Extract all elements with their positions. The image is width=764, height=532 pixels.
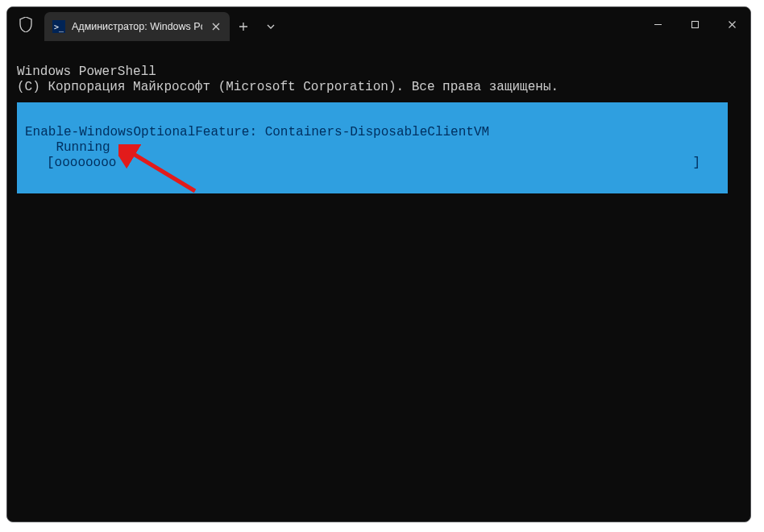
chevron-down-icon [267, 24, 275, 29]
tab-dropdown-button[interactable] [257, 12, 284, 41]
maximize-button[interactable] [676, 7, 713, 41]
close-icon [728, 20, 737, 29]
progress-bar-fill: [oooooooo [47, 156, 116, 171]
progress-title: Enable-WindowsOptionalFeature: Container… [25, 125, 489, 139]
close-icon [212, 23, 220, 31]
progress-bar-end: ] [692, 156, 700, 171]
titlebar: >_ Администратор: Windows Po [7, 7, 750, 41]
close-button[interactable] [713, 7, 750, 41]
new-tab-button[interactable] [230, 12, 257, 41]
uac-shield-button[interactable] [7, 7, 44, 41]
window-controls [639, 7, 750, 41]
minimize-icon [654, 20, 662, 29]
tab-title: Администратор: Windows Po [72, 21, 202, 32]
terminal-window: >_ Администратор: Windows Po [6, 6, 751, 522]
powershell-icon: >_ [52, 20, 65, 33]
maximize-icon [691, 20, 700, 29]
plus-icon [239, 22, 248, 31]
minimize-button[interactable] [639, 7, 676, 41]
progress-status: Running [25, 140, 110, 155]
shield-icon [19, 17, 32, 32]
titlebar-drag-area[interactable] [284, 7, 639, 41]
progress-block: Enable-WindowsOptionalFeature: Container… [17, 102, 728, 193]
terminal-body[interactable]: Windows PowerShell (C) Корпорация Майкро… [7, 41, 750, 234]
header-line-1: Windows PowerShell [17, 64, 156, 79]
header-line-2: (C) Корпорация Майкрософт (Microsoft Cor… [17, 80, 558, 94]
svg-rect-5 [691, 21, 698, 27]
tab-close-button[interactable] [209, 19, 223, 34]
tab-powershell[interactable]: >_ Администратор: Windows Po [44, 12, 230, 41]
progress-bar: [oooooooo] [25, 156, 720, 171]
